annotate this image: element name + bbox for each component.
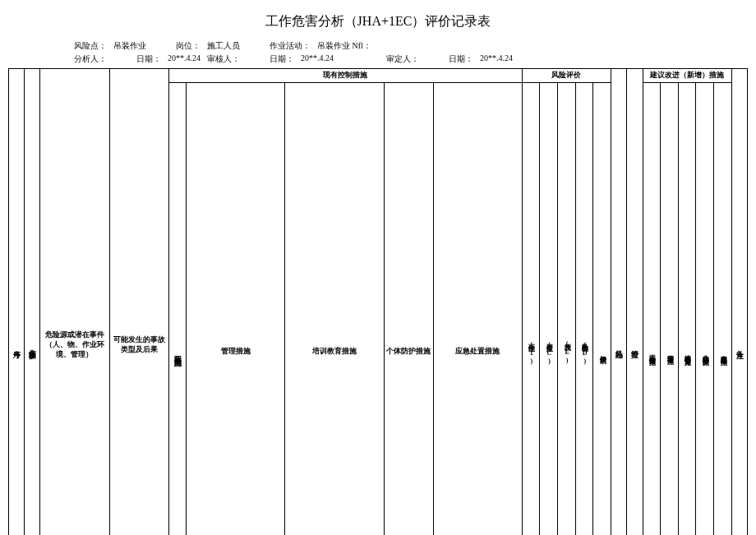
date-1: 20**.4.24 <box>168 53 201 65</box>
th-i-emerg: 应急处置措施 <box>714 82 732 535</box>
meta-row-2: 分析人： 日期：20**.4.24 审核人： 日期：20**.4.24 审定人：… <box>74 53 748 65</box>
reviewer-label: 审核人： <box>207 53 240 65</box>
risk-point: 吊装作业 <box>113 40 146 52</box>
activity: 吊装作业 Nfl： <box>317 40 371 52</box>
th-ppe: 个体防护措施 <box>384 82 433 535</box>
th-mgmt: 管理措施 <box>187 82 285 535</box>
th-i-train: 培训教育措施 <box>678 82 696 535</box>
th-D: 风险值(D) <box>575 82 593 535</box>
th-C: 严重性(C) <box>540 82 558 535</box>
date-label-2: 日期： <box>270 53 294 65</box>
date-label-1: 日期： <box>136 53 161 65</box>
risk-point-label: 风险点： <box>74 40 107 52</box>
approver-label: 审定人： <box>386 53 419 65</box>
meta-row-1: 风险点：吊装作业 岗位：施工人员 作业活动：吊装作业 Nfl： <box>74 40 748 52</box>
th-accident: 可能发生的事故类型及后果 <box>109 69 168 536</box>
date-label-3: 日期： <box>449 53 473 65</box>
th-control-group: 现有控制措施 <box>168 69 522 83</box>
job-label: 岗位： <box>176 40 201 52</box>
th-i-ppe: 个体防护措施 <box>696 82 714 535</box>
th-risk-cls: 风险 <box>611 69 627 536</box>
th-grade: 评价级别 <box>593 82 611 535</box>
th-tech: 工程技术措施 <box>168 82 187 535</box>
th-step: 作业步骤 <box>25 69 40 536</box>
activity-label: 作业活动： <box>270 40 311 52</box>
job: 施工人员 <box>207 40 240 52</box>
th-L: 可能性(1) <box>522 82 540 535</box>
page-title: 工作危害分析（JHA+1EC）评价记录表 <box>8 13 748 30</box>
th-seq: 序号 <box>9 69 25 536</box>
th-train: 培训教育措施 <box>285 82 384 535</box>
th-ctrl: 管控 <box>627 69 643 536</box>
th-hazard: 危险源或潜在事件（人、物、作业环境、管理） <box>40 69 109 536</box>
analyst-label: 分析人： <box>74 53 107 65</box>
th-improve-group: 建议改进（新增）措施 <box>643 69 731 83</box>
th-remark: 备注 <box>731 69 747 536</box>
date-3: 20**.4.24 <box>480 53 513 65</box>
th-risk-group: 风险评价 <box>522 69 611 83</box>
th-i-tech: 工程技术措施 <box>643 82 661 535</box>
th-E: 频次(E) <box>558 82 576 535</box>
date-2: 20**.4.24 <box>301 53 334 65</box>
th-i-mgmt: 管理措施 <box>661 82 679 535</box>
th-emergency: 应急处置措施 <box>433 82 522 535</box>
jha-table: 序号 作业步骤 危险源或潜在事件（人、物、作业环境、管理） 可能发生的事故类型及… <box>8 68 748 535</box>
